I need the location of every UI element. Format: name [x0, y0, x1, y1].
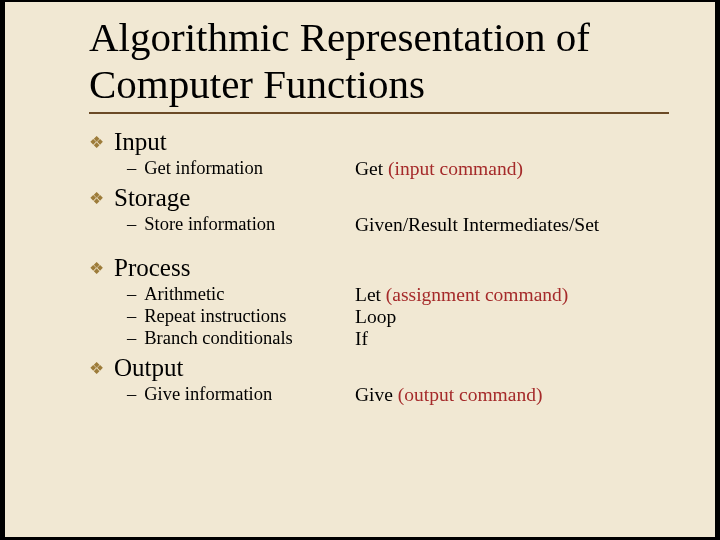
item-rhs: Get (input command): [355, 158, 669, 180]
list-item: – Repeat instructions Loop: [127, 306, 669, 328]
item-label: Repeat instructions: [144, 306, 286, 327]
list-item: – Get information Get (input command): [127, 158, 669, 180]
rhs-plain: Given/Result Intermediates/Set: [355, 214, 599, 235]
item-rhs: Loop: [355, 306, 669, 328]
rhs-plain: Get: [355, 158, 388, 179]
dash-bullet-icon: –: [127, 284, 136, 305]
rhs-highlight: (output command): [398, 384, 543, 405]
dash-bullet-icon: –: [127, 384, 136, 405]
rhs-highlight: (assignment command): [386, 284, 569, 305]
item-label: Branch conditionals: [144, 328, 292, 349]
dash-bullet-icon: –: [127, 306, 136, 327]
diamond-bullet-icon: ❖: [89, 190, 104, 207]
diamond-bullet-icon: ❖: [89, 360, 104, 377]
diamond-bullet-icon: ❖: [89, 260, 104, 277]
section-heading-storage: ❖ Storage: [89, 184, 669, 212]
rhs-plain: If: [355, 328, 368, 349]
dash-bullet-icon: –: [127, 328, 136, 349]
section-heading-text: Storage: [114, 184, 190, 212]
item-rhs: If: [355, 328, 669, 350]
rhs-plain: Let: [355, 284, 386, 305]
item-label: Store information: [144, 214, 275, 235]
section-heading-text: Input: [114, 128, 167, 156]
item-rhs: Let (assignment command): [355, 284, 669, 306]
section-heading-process: ❖ Process: [89, 254, 669, 282]
section-heading-text: Process: [114, 254, 190, 282]
item-label: Arithmetic: [144, 284, 224, 305]
slide-title: Algorithmic Representation of Computer F…: [89, 14, 669, 114]
list-item: – Branch conditionals If: [127, 328, 669, 350]
list-item: – Arithmetic Let (assignment command): [127, 284, 669, 306]
slide: Algorithmic Representation of Computer F…: [5, 2, 715, 537]
section-heading-input: ❖ Input: [89, 128, 669, 156]
dash-bullet-icon: –: [127, 158, 136, 179]
rhs-highlight: (input command): [388, 158, 523, 179]
section-heading-output: ❖ Output: [89, 354, 669, 382]
diamond-bullet-icon: ❖: [89, 134, 104, 151]
item-rhs: Give (output command): [355, 384, 669, 406]
item-label: Give information: [144, 384, 272, 405]
item-label: Get information: [144, 158, 263, 179]
dash-bullet-icon: –: [127, 214, 136, 235]
list-item: – Store information Given/Result Interme…: [127, 214, 669, 236]
item-rhs: Given/Result Intermediates/Set: [355, 214, 669, 236]
list-item: – Give information Give (output command): [127, 384, 669, 406]
rhs-plain: Give: [355, 384, 398, 405]
rhs-plain: Loop: [355, 306, 396, 327]
section-heading-text: Output: [114, 354, 183, 382]
